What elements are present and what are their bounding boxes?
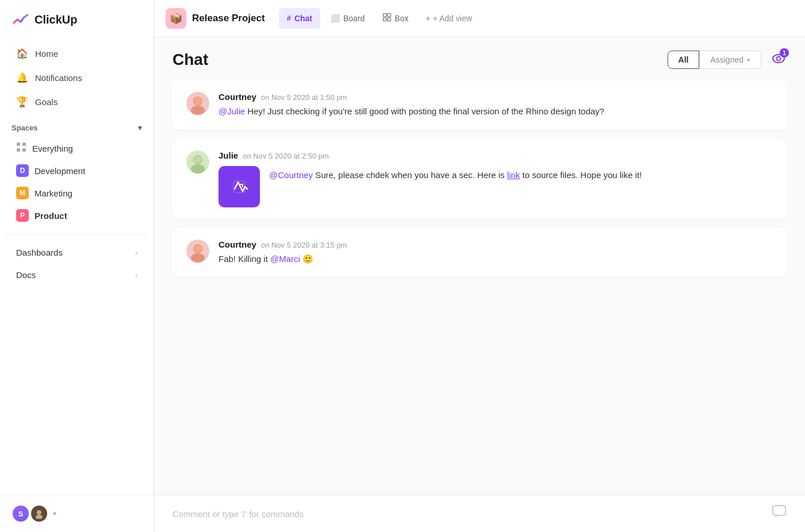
sidebar: ClickUp 🏠 Home 🔔 Notifications 🏆 Goals S… — [0, 0, 154, 532]
dashboards-label: Dashboards — [16, 248, 63, 257]
avatar-stack: S — [12, 504, 48, 523]
message-card-3: Courtney on Nov 5 2020 at 3:15 pm Fab! K… — [172, 228, 787, 277]
msg2-mention: @Courtney — [269, 170, 313, 180]
add-view-button[interactable]: + + Add view — [419, 10, 478, 26]
space-item-marketing[interactable]: M Marketing — [5, 182, 149, 204]
msg2-pre-text: Sure, please chdek when you have a sec. … — [315, 170, 507, 180]
avatar-user-s: S — [12, 504, 30, 523]
msg3-header: Courtney on Nov 5 2020 at 3:15 pm — [218, 240, 773, 249]
message-card-2: Julie on Nov 5 2020 at 2:50 pm @Courtney… — [172, 139, 787, 219]
topbar: 📦 Release Project # Chat ⬜ Board Box + +… — [154, 0, 805, 37]
msg3-text: Fab! Killing it @Marci 🙂 — [218, 253, 773, 266]
grid-icon — [16, 142, 26, 155]
topbar-project: 📦 Release Project — [166, 8, 265, 29]
speech-bubble-icon — [772, 504, 787, 523]
logo-text: ClickUp — [34, 13, 77, 26]
watch-badge: 1 — [780, 48, 789, 57]
msg3-time: on Nov 5 2020 at 3:15 pm — [261, 241, 347, 249]
board-icon: ⬜ — [331, 14, 340, 22]
svg-rect-22 — [773, 506, 785, 515]
svg-point-17 — [194, 156, 202, 164]
sidebar-item-notifications-label: Notifications — [35, 73, 82, 83]
sidebar-item-home[interactable]: 🏠 Home — [5, 42, 149, 65]
hash-icon: # — [287, 14, 291, 22]
product-badge: P — [16, 209, 29, 222]
sidebar-item-notifications[interactable]: 🔔 Notifications — [5, 66, 149, 90]
svg-point-4 — [37, 510, 41, 515]
avatar-julie — [186, 151, 209, 174]
sidebar-item-goals[interactable]: 🏆 Goals — [5, 90, 149, 114]
development-badge: D — [16, 164, 29, 177]
chevron-assigned-icon: ▾ — [747, 56, 750, 64]
spaces-label: Spaces — [12, 124, 38, 132]
bell-icon: 🔔 — [16, 72, 28, 84]
space-item-development-label: Development — [34, 166, 85, 176]
chat-header: Chat All Assigned ▾ 1 — [172, 51, 787, 69]
svg-point-14 — [194, 97, 202, 105]
msg3-author: Courtney — [218, 240, 256, 249]
msg2-time: on Nov 5 2020 at 2:50 pm — [243, 152, 329, 160]
msg2-link[interactable]: link — [507, 170, 520, 180]
clickup-logo-icon — [12, 10, 30, 29]
msg1-content: Courtney on Nov 5 2020 at 1:50 pm @Julie… — [218, 92, 773, 118]
svg-rect-0 — [17, 142, 20, 146]
chevron-down-icon[interactable]: ▾ — [138, 124, 142, 132]
topbar-tabs: # Chat ⬜ Board Box + + Add view — [279, 0, 479, 36]
chevron-down-user-icon[interactable]: ▾ — [53, 510, 56, 518]
main-content: 📦 Release Project # Chat ⬜ Board Box + +… — [154, 0, 805, 532]
msg3-mention: @Marci — [270, 254, 300, 264]
avatar-user-2 — [30, 504, 48, 523]
chevron-right-icon: › — [135, 248, 137, 257]
msg2-author: Julie — [218, 151, 238, 160]
project-icon: 📦 — [166, 8, 186, 29]
avatar-courtney-1 — [186, 92, 209, 115]
sidebar-item-goals-label: Goals — [35, 97, 57, 107]
docs-label: Docs — [16, 270, 36, 280]
sidebar-footer: S ▾ — [0, 495, 154, 532]
msg2-header: Julie on Nov 5 2020 at 2:50 pm — [218, 151, 773, 160]
svg-point-13 — [191, 106, 205, 115]
tab-chat-label: Chat — [294, 14, 312, 23]
msg1-body: Hey! Just checking if you're still good … — [247, 106, 604, 116]
space-item-product[interactable]: P Product — [5, 205, 149, 226]
sidebar-item-dashboards[interactable]: Dashboards › — [5, 242, 149, 263]
svg-point-16 — [191, 164, 205, 174]
svg-rect-1 — [22, 142, 26, 146]
comment-bar: Comment or type '/' for commands — [154, 495, 805, 532]
svg-point-11 — [777, 57, 781, 61]
svg-point-5 — [36, 515, 43, 519]
comment-placeholder[interactable]: Comment or type '/' for commands — [172, 509, 772, 519]
msg3-content: Courtney on Nov 5 2020 at 3:15 pm Fab! K… — [218, 240, 773, 266]
svg-rect-2 — [17, 148, 20, 152]
tab-chat[interactable]: # Chat — [279, 8, 320, 29]
sidebar-item-docs[interactable]: Docs › — [5, 264, 149, 286]
filter-assigned-label: Assigned — [710, 55, 743, 64]
msg2-post-text: to source files. Hope you like it! — [522, 170, 642, 180]
svg-rect-7 — [388, 14, 391, 17]
tab-board[interactable]: ⬜ Board — [323, 8, 373, 29]
msg2-content: Julie on Nov 5 2020 at 2:50 pm @Courtney… — [218, 151, 773, 207]
tab-box[interactable]: Box — [375, 8, 416, 29]
tab-board-label: Board — [343, 14, 365, 23]
space-item-development[interactable]: D Development — [5, 160, 149, 182]
logo: ClickUp — [0, 0, 154, 39]
space-item-marketing-label: Marketing — [34, 188, 72, 198]
filter-all-button[interactable]: All — [668, 51, 700, 69]
msg1-header: Courtney on Nov 5 2020 at 1:50 pm — [218, 92, 773, 102]
project-title: Release Project — [192, 13, 265, 24]
message-card: Courtney on Nov 5 2020 at 1:50 pm @Julie… — [172, 80, 787, 130]
svg-rect-6 — [384, 14, 387, 17]
chat-title: Chat — [172, 51, 208, 69]
home-icon: 🏠 — [16, 48, 28, 60]
sidebar-nav: 🏠 Home 🔔 Notifications 🏆 Goals — [0, 39, 154, 117]
filter-assigned-button[interactable]: Assigned ▾ — [699, 51, 761, 69]
watch-button[interactable]: 1 — [770, 51, 787, 69]
msg1-author: Courtney — [218, 92, 256, 102]
svg-rect-9 — [388, 18, 391, 21]
msg2-attachment-row: @Courtney Sure, please chdek when you ha… — [218, 166, 773, 207]
box-icon — [383, 13, 391, 23]
space-item-everything[interactable]: Everything — [5, 137, 149, 159]
msg1-mention: @Julie — [218, 106, 245, 116]
svg-point-21 — [194, 245, 202, 253]
add-view-label: + Add view — [433, 14, 472, 23]
